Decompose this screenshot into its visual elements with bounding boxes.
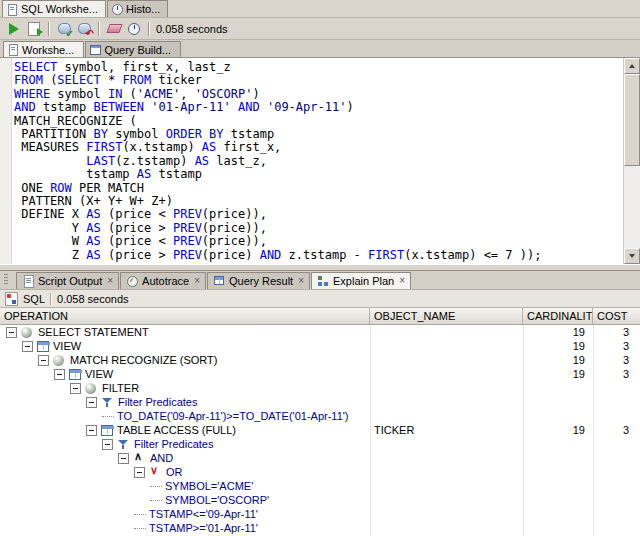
panel-splitter[interactable]: [0, 264, 640, 271]
plan-row[interactable]: MATCH RECOGNIZE (SORT)193: [0, 353, 640, 367]
query-result-icon: [213, 275, 226, 287]
cardinality-cell: 19: [523, 326, 585, 338]
run-script-icon[interactable]: [24, 20, 44, 38]
close-icon[interactable]: ×: [399, 276, 405, 286]
tree-indent: [0, 374, 54, 375]
table-icon: [69, 369, 81, 380]
operation-label: TABLE ACCESS (FULL): [117, 424, 236, 436]
plan-row[interactable]: VIEW193: [0, 367, 640, 381]
close-icon[interactable]: ×: [107, 276, 113, 286]
operation-icon: [21, 327, 32, 338]
tree-indent: [0, 472, 134, 473]
scroll-up-button[interactable]: [624, 58, 640, 74]
expand-toggle[interactable]: [22, 341, 33, 352]
editor-code[interactable]: SELECT symbol, first_x, last_zFROM (SELE…: [12, 58, 623, 264]
code-line: LAST(z.tstamp) AS last_z,: [14, 155, 623, 168]
scroll-down-button[interactable]: [624, 248, 640, 264]
expand-toggle[interactable]: [86, 397, 97, 408]
close-icon[interactable]: ×: [298, 276, 304, 286]
editor-gutter: [0, 58, 12, 264]
explain-plan-status-bar: SQL 0.058 seconds: [0, 290, 640, 308]
code-line: PARTITION BY symbol ORDER BY tstamp: [14, 128, 623, 141]
plan-row[interactable]: TABLE ACCESS (FULL)TICKER193: [0, 423, 640, 437]
column-header-operation[interactable]: OPERATION: [0, 308, 370, 324]
toolbar-icons: [4, 20, 154, 38]
clear-icon[interactable]: [104, 20, 124, 38]
expand-toggle[interactable]: [134, 467, 145, 478]
tab-explain-plan[interactable]: Explain Plan×: [311, 272, 411, 289]
expand-toggle[interactable]: [102, 439, 113, 450]
worksheet-toolbar: 0.058 seconds: [0, 18, 640, 40]
plan-row[interactable]: Filter Predicates: [0, 437, 640, 451]
operation-icon: [85, 383, 96, 394]
script-output-icon: [22, 275, 35, 287]
scroll-thumb[interactable]: [624, 74, 640, 166]
plan-row[interactable]: TSTAMP<='09-Apr-11': [0, 507, 640, 521]
expand-toggle[interactable]: [38, 355, 49, 366]
tab-autotrace[interactable]: Autotrace×: [120, 272, 206, 289]
history-icon[interactable]: [124, 20, 144, 38]
tab-script-output[interactable]: Script Output×: [16, 272, 119, 289]
cost-cell: 3: [593, 368, 629, 380]
operation-label: SELECT STATEMENT: [38, 326, 149, 338]
code-line: Z AS (price > PREV(price) AND z.tstamp -…: [14, 249, 623, 262]
code-line: MEASURES FIRST(x.tstamp) AS first_x,: [14, 141, 623, 154]
tab-label: Explain Plan: [333, 275, 394, 287]
cost-cell: 3: [593, 326, 629, 338]
plan-row[interactable]: TO_DATE('09-Apr-11')>=TO_DATE('01-Apr-11…: [0, 409, 640, 423]
history-icon: [112, 4, 123, 15]
tree-indent: [0, 360, 38, 361]
tree-connector: [150, 500, 162, 501]
commit-icon[interactable]: [54, 20, 74, 38]
window-tab-label: Histo...: [126, 3, 160, 15]
expand-toggle[interactable]: [54, 369, 65, 380]
code-line: FROM (SELECT * FROM ticker: [14, 74, 623, 87]
operation-label: VIEW: [85, 368, 113, 380]
column-header-object-name[interactable]: OBJECT_NAME: [370, 308, 523, 324]
code-line: tstamp AS tstamp: [14, 168, 623, 181]
expand-toggle[interactable]: [6, 327, 17, 338]
operation-label: Filter Predicates: [118, 396, 197, 408]
plan-row[interactable]: FILTER: [0, 381, 640, 395]
editor-scrollbar[interactable]: [623, 58, 640, 264]
plan-row[interactable]: VIEW193: [0, 339, 640, 353]
filter-icon: [101, 396, 114, 408]
tree-connector: [134, 514, 146, 515]
tree-indent: [0, 416, 102, 417]
tree-indent: [0, 430, 86, 431]
autotrace-icon: [126, 275, 139, 287]
explain-plan-icon: [317, 275, 330, 287]
rollback-icon[interactable]: [74, 20, 94, 38]
operation-label: VIEW: [53, 340, 81, 352]
cost-cell: 3: [593, 340, 629, 352]
expand-toggle[interactable]: [86, 425, 97, 436]
tab-query-result[interactable]: Query Result×: [207, 272, 310, 289]
window-tab[interactable]: SQL Workshe...: [2, 0, 106, 17]
column-header-cardinality[interactable]: CARDINALITY: [523, 308, 593, 324]
plan-row[interactable]: SYMBOL='OSCORP': [0, 493, 640, 507]
plan-row[interactable]: SYMBOL='ACME': [0, 479, 640, 493]
plan-row[interactable]: AND: [0, 451, 640, 465]
window-tab[interactable]: Histo...: [107, 0, 168, 17]
panel-grip[interactable]: [4, 274, 8, 286]
plan-row[interactable]: OR: [0, 465, 640, 479]
expand-toggle[interactable]: [118, 453, 129, 464]
sql-sheet-icon: [5, 292, 18, 306]
operation-label: TO_DATE('09-Apr-11')>=TO_DATE('01-Apr-11…: [117, 410, 349, 422]
worksheet-tab[interactable]: Workshe...: [3, 41, 84, 57]
window-tab-bar: SQL Workshe...Histo...: [0, 0, 640, 18]
query-builder-icon: [90, 44, 101, 55]
plan-row[interactable]: Filter Predicates: [0, 395, 640, 409]
column-header-cost[interactable]: COST: [593, 308, 640, 324]
execution-time: 0.058 seconds: [156, 23, 228, 35]
plan-row[interactable]: SELECT STATEMENT193: [0, 325, 640, 339]
worksheet-tab[interactable]: Query Build...: [85, 41, 181, 57]
tab-label: Query Result: [229, 275, 293, 287]
close-icon[interactable]: ×: [194, 276, 200, 286]
run-icon[interactable]: [4, 20, 24, 38]
code-line: AND tstamp BETWEEN '01-Apr-11' AND '09-A…: [14, 101, 623, 114]
plan-row[interactable]: TSTAMP>='01-Apr-11': [0, 521, 640, 535]
expand-toggle[interactable]: [70, 383, 81, 394]
code-line: ONE ROW PER MATCH: [14, 182, 623, 195]
toolbar-separator: [48, 22, 50, 36]
